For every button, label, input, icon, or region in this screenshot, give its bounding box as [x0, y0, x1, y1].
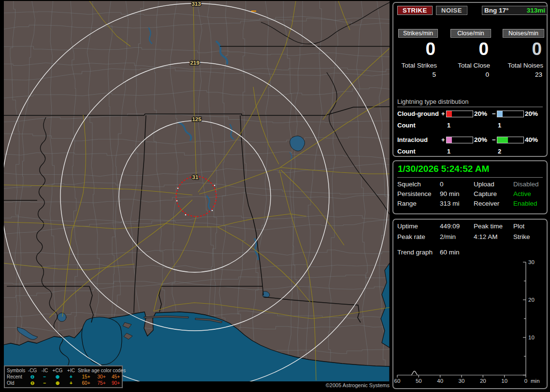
uptime-value: 449:09 — [440, 223, 460, 230]
total-noises-label: Total Noises — [503, 62, 544, 69]
strike-button[interactable]: STRIKE — [397, 6, 433, 15]
intracloud-row: Intracloud + 20% − 40% — [393, 136, 547, 144]
upload-status: Disabled — [513, 181, 539, 188]
lightning-monitor-app: 313 219 125 31 Symbols -CG -IC +CG +IC S… — [0, 0, 550, 392]
pos-cg-recent-icon: ⊕ — [51, 374, 64, 380]
peak-time-label: Peak time — [474, 223, 503, 230]
ic-positive-pct: 20% — [474, 136, 487, 143]
legend-symbols-header: Symbols — [7, 367, 26, 374]
ic-negative-pct: 40% — [525, 136, 538, 143]
capture-label: Capture — [474, 190, 497, 197]
legend-age-header: Strike age color codes — [78, 367, 123, 374]
upload-label: Upload — [474, 181, 494, 188]
ic-negative-bar — [497, 137, 524, 143]
squelch-label: Squelch — [397, 181, 421, 188]
svg-text:10: 10 — [528, 335, 535, 340]
distribution-title: Lightning type distribution — [397, 98, 543, 107]
stats-row: Peak rate 2/min 4:12 AM Strike — [393, 233, 547, 243]
intracloud-label: Intracloud — [397, 136, 428, 143]
ring-label-313: 313 — [191, 1, 201, 7]
cg-positive-count: 1 — [447, 122, 450, 129]
cloud-ground-label: Cloud-ground — [397, 110, 439, 117]
cg-negative-bar-fill — [497, 111, 503, 117]
cg-positive-pct: 20% — [474, 110, 487, 117]
minus-sign: − — [492, 110, 496, 117]
pos-ic-old-icon: + — [64, 380, 78, 386]
persistence-label: Persistence — [397, 190, 432, 197]
bearing-range-display: Bng 17° 313mi — [482, 6, 548, 15]
range-value: 313 mi — [440, 200, 460, 207]
close-per-min-button[interactable]: Close/min — [450, 29, 491, 38]
svg-text:20: 20 — [528, 297, 535, 303]
cg-positive-bar-fill — [447, 111, 452, 117]
counters-panel: STRIKE NOISE Bng 17° 313mi Strikes/min 0… — [392, 2, 548, 157]
neg-cg-recent-icon: ⊖ — [26, 374, 39, 380]
age-15: 15+ — [78, 374, 94, 380]
trend-graph-window: 60 min — [440, 249, 460, 256]
svg-text:30: 30 — [528, 259, 535, 265]
ic-positive-bar — [446, 137, 473, 143]
age-60: 60+ — [78, 380, 94, 386]
pos-cg-old-icon: ⊕ — [51, 380, 64, 386]
uptime-label: Uptime — [397, 223, 418, 230]
svg-text:0: 0 — [524, 378, 527, 384]
age-45: 45+ — [109, 374, 123, 380]
stats-row: Uptime 449:09 Peak time Plot — [393, 223, 547, 232]
noise-button[interactable]: NOISE — [436, 6, 467, 15]
legend-col-neg-ic: -IC — [39, 367, 51, 374]
plot-label: Plot — [513, 223, 524, 230]
range-label: Range — [397, 200, 417, 207]
svg-text:20: 20 — [480, 378, 486, 384]
stats-panel: Uptime 449:09 Peak time Plot Peak rate 2… — [392, 219, 548, 389]
divider — [397, 177, 543, 178]
plus-sign: + — [441, 136, 445, 143]
noises-counter: Noises/min 0 Total Noises 23 — [503, 29, 544, 78]
datetime-display: 1/30/2026 5:24:52 AM — [398, 164, 489, 174]
ring-label-125: 125 — [192, 116, 202, 122]
trend-graph: 3020106050403020100min — [393, 257, 547, 388]
squelch-value: 0 — [440, 181, 444, 188]
ic-positive-bar-fill — [447, 137, 452, 143]
receiver-status: Enabled — [513, 200, 537, 207]
ic-negative-count: 2 — [498, 148, 501, 155]
peak-rate-value: 2/min — [440, 233, 456, 240]
close-counter: Close/min 0 Total Close 0 — [450, 29, 491, 78]
neg-ic-recent-icon: − — [39, 374, 51, 380]
cg-negative-pct: 20% — [525, 110, 538, 117]
neg-cg-old-icon: ⊖ — [26, 380, 39, 386]
peak-rate-label: Peak rate — [397, 233, 425, 240]
capture-status: Active — [513, 190, 531, 197]
legend-col-pos-ic: +IC — [64, 367, 78, 374]
noises-per-min-value: 0 — [503, 40, 544, 58]
minus-sign: − — [492, 136, 496, 143]
cloud-ground-count-row: Count 1 1 — [393, 122, 547, 130]
strikes-per-min-value: 0 — [398, 40, 438, 58]
legend-col-pos-cg: +CG — [51, 367, 64, 374]
map-legend: Symbols -CG -IC +CG +IC Strike age color… — [4, 365, 123, 388]
ring-label-31: 31 — [192, 174, 199, 180]
cg-positive-bar — [446, 111, 473, 117]
noises-per-min-button[interactable]: Noises/min — [503, 29, 544, 38]
strikes-per-min-button[interactable]: Strikes/min — [398, 29, 438, 38]
total-strikes-value: 5 — [398, 71, 438, 78]
plus-sign: + — [441, 110, 445, 117]
lightning-map[interactable]: 313 219 125 31 — [4, 1, 390, 381]
status-row: Range 313 mi Receiver Enabled — [393, 200, 547, 210]
strikes-counter: Strikes/min 0 Total Strikes 5 — [398, 29, 438, 78]
cg-negative-bar — [497, 111, 524, 117]
status-row: Persistence 90 min Capture Active — [393, 190, 547, 200]
age-30: 30+ — [94, 374, 109, 380]
total-close-value: 0 — [450, 71, 491, 78]
count-label: Count — [397, 122, 416, 129]
ic-negative-bar-fill — [497, 137, 508, 143]
pos-ic-recent-icon: + — [64, 374, 78, 380]
total-noises-value: 23 — [503, 71, 544, 78]
copyright-text: ©2005 Astrogenic Systems — [314, 382, 390, 388]
total-close-label: Total Close — [450, 62, 491, 69]
trend-graph-label: Trend graph — [397, 249, 433, 256]
count-label: Count — [397, 148, 416, 155]
legend-old-label: Old — [7, 380, 26, 386]
peak-time-value: 4:12 AM — [474, 233, 498, 240]
ring-label-219: 219 — [190, 60, 199, 66]
svg-text:60: 60 — [394, 378, 401, 384]
